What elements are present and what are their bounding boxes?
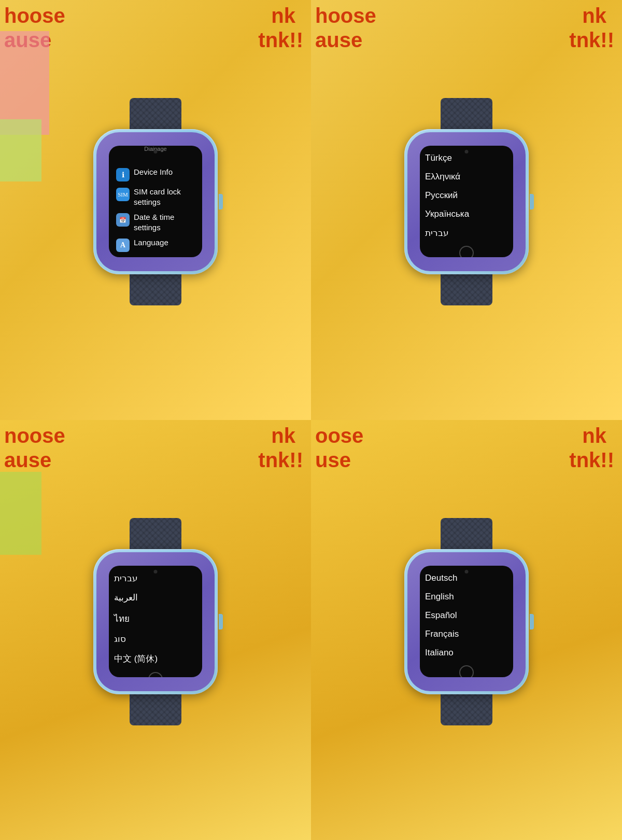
info-icon: ℹ [116, 168, 130, 181]
home-area-4 [420, 665, 513, 677]
watch-screen-4: Deutsch English Español Français Italian… [420, 566, 513, 677]
camera-1 [154, 150, 158, 153]
band-bottom-1 [130, 274, 181, 305]
menu-item-datetime[interactable]: 📅 Date & timesettings [114, 209, 197, 235]
menu-item-language[interactable]: A Language [114, 235, 197, 255]
home-area-3 [109, 672, 202, 677]
home-button-3[interactable] [148, 672, 163, 677]
lang-list-3: עברית العربية ไทย סוג 中文 (简休) [109, 566, 202, 672]
bg-deco-13: oose [315, 424, 363, 447]
watch-2: Türkçe Ελληνικά Русский Українська עברית [404, 98, 529, 305]
bg-deco-4: tnk!! [258, 29, 303, 52]
lang-greek[interactable]: Ελληνικά [425, 169, 508, 185]
side-button-3 [219, 614, 223, 629]
band-top-4 [441, 518, 492, 549]
quadrant-1: hoose ause nk tnk!! Diainage ℹ Device In… [0, 0, 311, 420]
lang-list-4: Deutsch English Español Français Italian… [420, 566, 513, 665]
quadrant-2: hoose ause nk tnk!! Türkçe Ελληνικά Русс… [311, 0, 622, 420]
band-top-3 [130, 518, 181, 549]
lang-arabic[interactable]: العربية [114, 589, 197, 606]
bg-deco-16: tnk!! [569, 449, 614, 472]
side-button-4 [530, 614, 534, 629]
watch-screen-1: Diainage ℹ Device Info SIM SIM card lock… [109, 146, 202, 257]
side-button-1 [219, 194, 223, 209]
bg-deco-1: hoose [4, 4, 65, 27]
band-bottom-4 [441, 694, 492, 725]
green-patch-3 [0, 472, 41, 555]
language-icon: A [116, 239, 130, 252]
camera-2 [465, 150, 469, 153]
watch-case-3: עברית العربية ไทย סוג 中文 (简休) [93, 549, 218, 694]
menu-item-device-info[interactable]: ℹ Device Info [114, 164, 197, 184]
green-note-1 [0, 119, 41, 181]
bg-deco-14: use [315, 449, 351, 472]
screen-content-1: ℹ Device Info SIM SIM card locksettings … [109, 154, 202, 257]
lang-sog[interactable]: סוג [114, 631, 197, 648]
watch-frame-3: עברית العربية ไทย סוג 中文 (简休) [96, 552, 215, 691]
lang-russian[interactable]: Русский [425, 187, 508, 204]
lang-espanol[interactable]: Español [425, 607, 508, 624]
home-area-2 [420, 246, 513, 257]
bg-deco-5: hoose [315, 4, 376, 27]
lang-hebrew-q2[interactable]: עברית [425, 225, 508, 242]
band-top-2 [441, 98, 492, 129]
band-top-1 [130, 98, 181, 129]
bg-deco-7: nk [582, 4, 606, 27]
lang-list-2: Türkçe Ελληνικά Русский Українська עברית [420, 146, 513, 246]
lang-italiano[interactable]: Italiano [425, 645, 508, 661]
lang-english[interactable]: English [425, 589, 508, 605]
bg-deco-15: nk [582, 424, 606, 447]
camera-4 [465, 570, 469, 573]
sim-icon: SIM [116, 188, 130, 201]
device-info-label: Device Info [134, 167, 173, 177]
menu-item-sim[interactable]: SIM SIM card locksettings [114, 184, 197, 209]
watch-frame-1: Diainage ℹ Device Info SIM SIM card lock… [96, 132, 215, 271]
side-button-2 [530, 194, 534, 209]
lang-chinese[interactable]: 中文 (简休) [114, 650, 197, 668]
lang-ukrainian[interactable]: Українська [425, 206, 508, 222]
bg-deco-10: ause [4, 449, 51, 472]
watch-frame-4: Deutsch English Español Français Italian… [407, 552, 526, 691]
watch-case-4: Deutsch English Español Français Italian… [404, 549, 529, 694]
home-button-4[interactable] [459, 665, 474, 677]
calendar-icon: 📅 [116, 213, 130, 227]
watch-3: עברית العربية ไทย סוג 中文 (简休) [93, 518, 218, 725]
bg-deco-8: tnk!! [569, 29, 614, 52]
band-bottom-3 [130, 694, 181, 725]
sim-label: SIM card locksettings [134, 187, 181, 207]
camera-3 [154, 570, 158, 573]
bg-deco-12: tnk!! [258, 449, 303, 472]
quadrant-3: noose ause nk tnk!! עברית العربية ไทย סו… [0, 420, 311, 840]
bg-deco-11: nk [271, 424, 295, 447]
watch-screen-2: Türkçe Ελληνικά Русский Українська עברית [420, 146, 513, 257]
watch-frame-2: Türkçe Ελληνικά Русский Українська עברית [407, 132, 526, 271]
watch-screen-3: עברית العربية ไทย סוג 中文 (简休) [109, 566, 202, 677]
quadrant-4: oose use nk tnk!! Deutsch English Españo… [311, 420, 622, 840]
watch-4: Deutsch English Español Français Italian… [404, 518, 529, 725]
band-bottom-2 [441, 274, 492, 305]
bg-deco-6: ause [315, 29, 362, 52]
home-button-2[interactable] [459, 246, 474, 257]
bg-deco-3: nk [271, 4, 295, 27]
watch-1: Diainage ℹ Device Info SIM SIM card lock… [93, 98, 218, 305]
bg-deco-9: noose [4, 424, 65, 447]
datetime-label: Date & timesettings [134, 212, 174, 232]
lang-thai[interactable]: ไทย [114, 608, 197, 628]
lang-francais[interactable]: Français [425, 626, 508, 642]
watch-case-2: Türkçe Ελληνικά Русский Українська עברית [404, 129, 529, 274]
watch-case-1: Diainage ℹ Device Info SIM SIM card lock… [93, 129, 218, 274]
language-label: Language [134, 237, 168, 248]
